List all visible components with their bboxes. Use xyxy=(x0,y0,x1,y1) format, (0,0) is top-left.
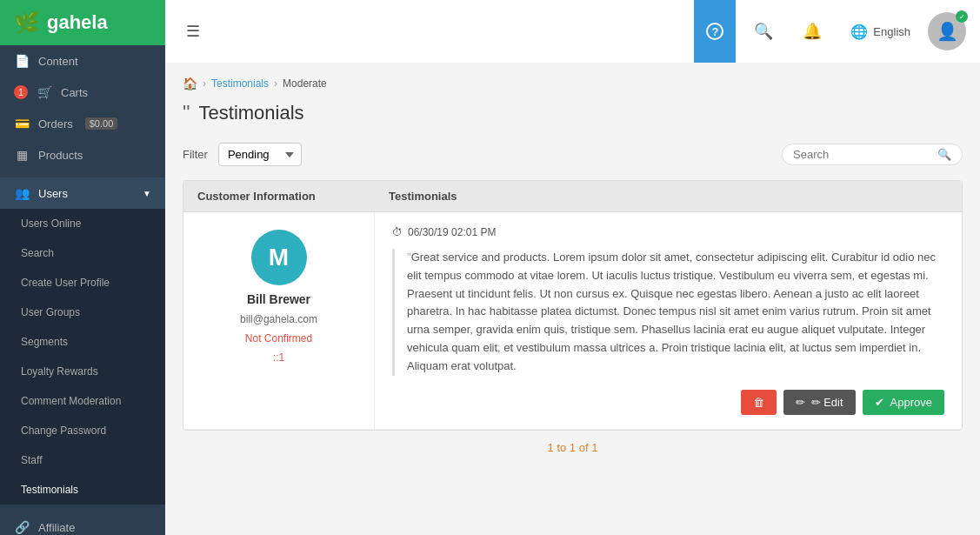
search-input[interactable] xyxy=(793,148,932,161)
content-icon: 📄 xyxy=(14,54,30,68)
page-title-section: " Testimonials xyxy=(183,101,963,125)
logo-leaf-icon: 🌿 xyxy=(14,10,40,35)
comment-moderation-label: Comment Moderation xyxy=(21,395,121,407)
pagination-text: 1 to 1 of 1 xyxy=(548,441,598,454)
sidebar-item-change-password[interactable]: Change Password xyxy=(0,416,165,445)
topbar: ☰ ? 🔍 🔔 🌐 English 👤 ✓ xyxy=(165,0,980,63)
search-icon: 🔍 xyxy=(937,148,951,161)
col-testimonials: Testimonials xyxy=(389,190,948,203)
delete-button[interactable]: 🗑 xyxy=(741,390,777,415)
sidebar-item-user-groups[interactable]: User Groups xyxy=(0,298,165,327)
orders-icon: 💳 xyxy=(14,117,30,130)
help-button[interactable]: ? xyxy=(694,0,736,63)
testimonial-actions: 🗑 ✏ ✏ Edit ✔ Approve xyxy=(392,390,944,415)
check-icon: ✔ xyxy=(875,396,884,409)
customer-status: Not Confirmed xyxy=(245,332,312,344)
sidebar-item-carts[interactable]: 1 🛒 Carts xyxy=(0,77,165,108)
search-box: 🔍 xyxy=(782,144,963,165)
sidebar-item-orders[interactable]: 💳 Orders $0.00 xyxy=(0,108,165,139)
globe-icon: 🌐 xyxy=(850,23,868,40)
breadcrumb-testimonials[interactable]: Testimonials xyxy=(211,77,269,90)
customer-name: Bill Brewer xyxy=(247,292,310,306)
testimonial-text: "Great service and products. Lorem ipsum… xyxy=(392,249,944,376)
help-icon: ? xyxy=(706,23,723,40)
carts-icon: 🛒 xyxy=(37,85,52,99)
testimonials-label: Testimonials xyxy=(21,484,78,496)
sidebar-item-segments[interactable]: Segments xyxy=(0,327,165,357)
products-icon: ▦ xyxy=(14,148,30,162)
sidebar-item-users-online[interactable]: Users Online xyxy=(0,209,165,238)
customer-cell: M Bill Brewer bill@gahela.com Not Confir… xyxy=(183,212,375,429)
sidebar: 🌿 gahela 📄 Content 1 🛒 Carts 💳 Orders $0… xyxy=(0,0,165,535)
sidebar-item-testimonials[interactable]: Testimonials xyxy=(0,475,165,505)
filter-select[interactable]: Pending Approved Rejected xyxy=(218,143,302,166)
page-title: Testimonials xyxy=(199,102,304,124)
table-header: Customer Information Testimonials xyxy=(183,181,962,212)
pagination: 1 to 1 of 1 xyxy=(183,431,963,465)
staff-label: Staff xyxy=(21,454,42,466)
user-online-badge: ✓ xyxy=(956,10,968,23)
search-button[interactable]: 🔍 xyxy=(743,0,784,63)
testimonial-date-text: 06/30/19 02:01 PM xyxy=(408,226,496,238)
breadcrumb: 🏠 › Testimonials › Moderate xyxy=(183,77,963,90)
notifications-button[interactable]: 🔔 xyxy=(791,0,833,63)
approve-button[interactable]: ✔ Approve xyxy=(863,390,944,415)
sidebar-item-products[interactable]: ▦ Products xyxy=(0,139,165,171)
testimonial-body: Great service and products. Lorem ipsum … xyxy=(407,251,936,372)
sidebar-item-label: Content xyxy=(38,55,78,68)
users-online-label: Users Online xyxy=(21,217,81,230)
affiliate-label: Affiliate xyxy=(38,521,75,534)
main-content: ☰ ? 🔍 🔔 🌐 English 👤 ✓ 🏠 › Testimonials ›… xyxy=(165,0,980,535)
carts-badge: 1 xyxy=(14,85,28,99)
sidebar-item-label: Orders xyxy=(38,117,73,130)
create-user-profile-label: Create User Profile xyxy=(21,277,110,289)
search-label: Search xyxy=(21,247,54,259)
orders-amount: $0.00 xyxy=(85,117,118,130)
user-avatar[interactable]: 👤 ✓ xyxy=(928,12,966,50)
filter-label: Filter xyxy=(183,148,208,161)
edit-label: ✏ Edit xyxy=(811,396,843,409)
sidebar-item-search[interactable]: Search xyxy=(0,238,165,268)
sidebar-item-content[interactable]: 📄 Content xyxy=(0,45,165,77)
sidebar-item-label: Carts xyxy=(61,86,88,99)
sidebar-item-users[interactable]: 👥 Users ▼ xyxy=(0,177,165,209)
filter-bar: Filter Pending Approved Rejected 🔍 xyxy=(183,143,963,166)
logo-text: gahela xyxy=(47,11,108,34)
sidebar-item-label: Users xyxy=(38,187,68,200)
loyalty-rewards-label: Loyalty Rewards xyxy=(21,365,98,378)
search-icon: 🔍 xyxy=(754,22,773,41)
sidebar-item-staff[interactable]: Staff xyxy=(0,445,165,475)
testimonials-table: Customer Information Testimonials M Bill… xyxy=(183,180,963,431)
sidebar-item-comment-moderation[interactable]: Comment Moderation xyxy=(0,386,165,416)
approve-label: Approve xyxy=(890,396,932,409)
sidebar-submenu-users: Users Online Search Create User Profile … xyxy=(0,209,165,505)
language-selector[interactable]: 🌐 English xyxy=(840,23,921,40)
table-row: M Bill Brewer bill@gahela.com Not Confir… xyxy=(183,212,962,430)
edit-icon: ✏ xyxy=(796,396,805,409)
customer-status-code: ::1 xyxy=(273,351,284,364)
users-icon: 👥 xyxy=(14,186,30,200)
language-label: English xyxy=(873,25,910,38)
sidebar-item-label: Products xyxy=(38,149,83,162)
user-groups-label: User Groups xyxy=(21,306,80,318)
menu-toggle-button[interactable]: ☰ xyxy=(179,15,207,48)
testimonials-title-icon: " xyxy=(183,101,190,125)
testimonial-date: ⏱ 06/30/19 02:01 PM xyxy=(392,226,944,238)
sidebar-item-create-user-profile[interactable]: Create User Profile xyxy=(0,268,165,298)
bell-icon: 🔔 xyxy=(803,22,822,41)
sidebar-item-affiliate[interactable]: 🔗 Affiliate xyxy=(0,512,165,535)
breadcrumb-home-icon[interactable]: 🏠 xyxy=(183,77,197,90)
clock-icon: ⏱ xyxy=(392,226,403,238)
edit-button[interactable]: ✏ ✏ Edit xyxy=(783,390,856,415)
sidebar-logo: 🌿 gahela xyxy=(0,0,165,45)
page-area: 🏠 › Testimonials › Moderate " Testimonia… xyxy=(165,63,980,535)
breadcrumb-separator-2: › xyxy=(274,77,277,90)
col-customer-info: Customer Information xyxy=(197,190,389,203)
segments-label: Segments xyxy=(21,336,68,348)
breadcrumb-separator: › xyxy=(203,77,206,90)
trash-icon: 🗑 xyxy=(753,396,764,409)
affiliate-icon: 🔗 xyxy=(14,520,30,534)
testimonial-cell: ⏱ 06/30/19 02:01 PM "Great service and p… xyxy=(375,212,962,429)
sidebar-item-loyalty-rewards[interactable]: Loyalty Rewards xyxy=(0,357,165,386)
customer-email: bill@gahela.com xyxy=(240,313,317,325)
